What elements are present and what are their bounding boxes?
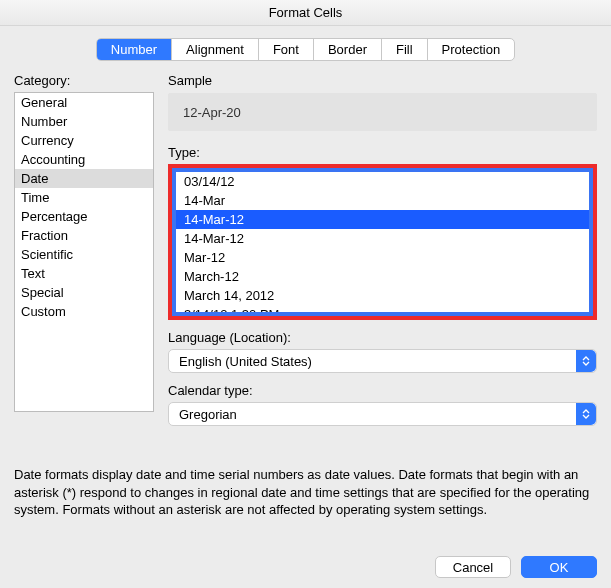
category-item[interactable]: Fraction: [15, 226, 153, 245]
type-list[interactable]: 03/14/1214-Mar14-Mar-1214-Mar-12Mar-12Ma…: [176, 172, 589, 312]
category-item[interactable]: Special: [15, 283, 153, 302]
dropdown-icon: [576, 350, 596, 372]
dialog-title: Format Cells: [0, 0, 611, 26]
category-item[interactable]: Time: [15, 188, 153, 207]
tab-alignment[interactable]: Alignment: [171, 39, 258, 60]
tab-border[interactable]: Border: [313, 39, 381, 60]
tab-number[interactable]: Number: [97, 39, 171, 60]
description-text: Date formats display date and time seria…: [14, 466, 597, 519]
category-item[interactable]: General: [15, 93, 153, 112]
type-item[interactable]: 14-Mar-12: [176, 210, 589, 229]
type-item[interactable]: 14-Mar: [176, 191, 589, 210]
type-item[interactable]: 03/14/12: [176, 172, 589, 191]
language-label: Language (Location):: [168, 330, 597, 345]
category-list[interactable]: GeneralNumberCurrencyAccountingDateTimeP…: [14, 92, 154, 412]
category-item[interactable]: Date: [15, 169, 153, 188]
type-item[interactable]: 14-Mar-12: [176, 229, 589, 248]
type-list-highlight: 03/14/1214-Mar14-Mar-1214-Mar-12Mar-12Ma…: [168, 164, 597, 320]
type-item[interactable]: March 14, 2012: [176, 286, 589, 305]
sample-box: 12-Apr-20: [168, 93, 597, 131]
tab-fill[interactable]: Fill: [381, 39, 427, 60]
category-item[interactable]: Accounting: [15, 150, 153, 169]
calendar-select[interactable]: Gregorian: [168, 402, 597, 426]
sample-value: 12-Apr-20: [183, 105, 241, 120]
dropdown-icon: [576, 403, 596, 425]
category-item[interactable]: Custom: [15, 302, 153, 321]
format-cells-dialog: Format Cells NumberAlignmentFontBorderFi…: [0, 0, 611, 588]
category-item[interactable]: Number: [15, 112, 153, 131]
calendar-value: Gregorian: [179, 407, 237, 422]
tab-bar: NumberAlignmentFontBorderFillProtection: [14, 38, 597, 61]
type-item[interactable]: 3/14/12 1:30 PM: [176, 305, 589, 312]
button-bar: Cancel OK: [14, 546, 597, 578]
ok-button[interactable]: OK: [521, 556, 597, 578]
language-select[interactable]: English (United States): [168, 349, 597, 373]
tab-font[interactable]: Font: [258, 39, 313, 60]
category-item[interactable]: Text: [15, 264, 153, 283]
category-label: Category:: [14, 73, 154, 88]
type-item[interactable]: Mar-12: [176, 248, 589, 267]
type-item[interactable]: March-12: [176, 267, 589, 286]
category-item[interactable]: Scientific: [15, 245, 153, 264]
type-label: Type:: [168, 145, 597, 160]
category-item[interactable]: Percentage: [15, 207, 153, 226]
language-value: English (United States): [179, 354, 312, 369]
tab-protection[interactable]: Protection: [427, 39, 515, 60]
sample-label: Sample: [168, 73, 597, 88]
category-item[interactable]: Currency: [15, 131, 153, 150]
calendar-label: Calendar type:: [168, 383, 597, 398]
cancel-button[interactable]: Cancel: [435, 556, 511, 578]
